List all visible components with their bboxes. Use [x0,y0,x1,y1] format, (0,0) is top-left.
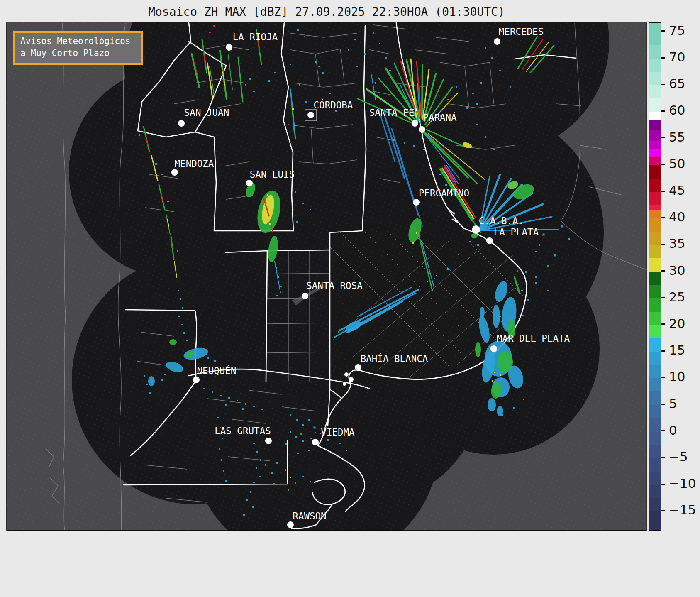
echo-dot [304,36,305,37]
colorbar-segment [649,258,661,272]
echo-dot [439,174,441,175]
echo-dot [305,101,307,103]
colorbar-tick [661,297,665,298]
colorbar-tick-label: 45 [669,183,685,198]
echo-dot [186,340,188,341]
echo-dot [214,360,216,362]
colorbar-tick [661,457,665,458]
city-dot [171,169,178,176]
colorbar-segment [649,165,661,179]
echo-dot [295,436,297,438]
echo-dot [547,265,549,267]
echo-dot [253,482,255,483]
echo-dot [223,470,224,472]
echo-dot [466,107,468,109]
echo-dot [375,82,376,84]
colorbar-segment [649,179,661,192]
colorbar-tick [661,404,665,405]
city-dot [312,439,319,445]
warning-line1: Avisos Meteorológicos [20,35,137,47]
colorbar-segment [649,157,661,166]
echo-dot [269,223,271,225]
echo-dot [246,499,248,501]
echo-dot [155,430,156,432]
echo-streak [422,64,422,118]
colorbar-tick [661,191,665,192]
colorbar-segment [649,112,661,120]
echo-dot [385,57,387,59]
echo-dot [139,134,140,136]
echo-dot [253,91,255,92]
echo-dot [300,433,302,435]
colorbar-tick-label: −15 [669,502,696,517]
colorbar-tick-label: 25 [669,289,685,304]
colorbar-tick-label: 60 [669,103,685,117]
echo-dot [290,477,291,478]
city-label: SANTA ROSA [306,280,363,291]
colorbar-tick-label: 0 [669,423,677,438]
echo-dot [295,482,296,484]
echo-dot [547,290,549,291]
colorbar-tick-label: 20 [669,316,685,331]
echo-dot [250,491,251,493]
city-label: RAWSON [293,511,326,521]
colorbar-tick [661,430,665,431]
echo-dot [554,254,556,257]
echo-dot [144,375,145,377]
echo-dot [310,209,311,210]
colorbar-tick [661,164,665,165]
echo-dot [171,246,173,248]
echo-dot [535,276,537,278]
echo-dot [243,514,245,516]
echo-dot [212,391,213,393]
city-dot [287,521,294,528]
echo-dot [290,64,291,65]
echo-dot [447,99,449,100]
footer: Servicio Meteorológico Nacional Argentin… [0,531,700,597]
echo-dot [171,368,173,370]
city-dot [178,120,185,127]
echo-dot [338,331,339,333]
echo-cell [493,305,500,328]
echo-dot [354,39,356,40]
city-label: C.A.B.A. [479,215,524,226]
city-dot [486,237,493,244]
echo-cell [169,339,177,345]
echo-dot [260,459,261,461]
colorbar-tick [661,137,665,138]
echo-dot [373,32,374,34]
echo-dot [155,163,157,165]
echo-dot [423,149,425,150]
colorbar-tick [661,217,665,218]
echo-dot [280,286,282,287]
colorbar-segment [649,445,661,459]
echo-dot [543,234,545,236]
city-dot [490,345,497,352]
echo-dot [308,450,310,451]
colorbar-tick-label: 15 [669,343,685,357]
colorbar-tick [661,350,665,352]
city-label: PARANÁ [423,112,457,123]
colorbar-tick-label: 70 [669,49,685,64]
city-label: PERGAMINO [419,188,469,198]
echo-dot [265,464,266,466]
echo-dot [213,25,215,27]
echo-dot [203,388,205,389]
echo-dot [510,86,511,88]
echo-dot [222,70,224,72]
colorbar-segment [649,432,661,445]
echo-dot [348,49,349,51]
colorbar-segment [649,298,661,312]
echo-dot [167,201,169,202]
city-dot [494,38,500,45]
echo-dot [161,174,163,175]
colorbar-tick [661,484,665,485]
echo-dot [535,282,537,284]
echo-dot [295,191,296,193]
echo-dot [296,419,298,421]
radar-map: LA RIOJAMERCEDESSAN JUANCÓRDOBASANTA FEP… [0,0,700,597]
city-dot [226,44,232,51]
colorbar-segment [649,120,661,131]
echo-dot [181,324,183,325]
echo-dot [146,384,148,385]
